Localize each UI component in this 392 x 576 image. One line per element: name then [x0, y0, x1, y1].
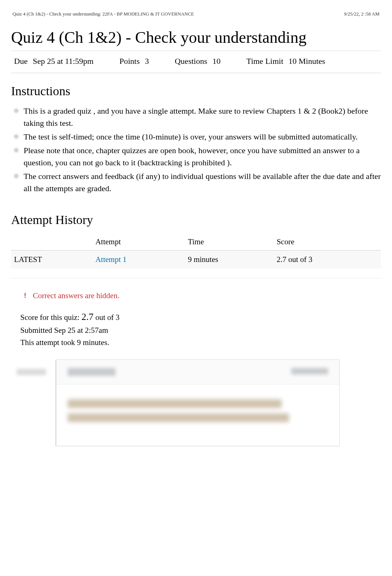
instructions-list: This is a graded quiz , and you have a s…: [11, 105, 381, 194]
instruction-item: This is a graded quiz , and you have a s…: [13, 105, 381, 129]
quiz-meta: DueSep 25 at 11:59pm Points3 Questions10…: [11, 51, 381, 73]
cell-score: 2.7 out of 3: [274, 251, 381, 269]
header-left: Quiz 4 (Ch 1&2) - Check your understandi…: [13, 11, 194, 17]
meta-questions-value: 10: [212, 56, 220, 66]
attempt-link[interactable]: Attempt 1: [95, 255, 127, 264]
table-header-row: Attempt Time Score: [11, 234, 381, 251]
question-card-wrapper: [55, 359, 340, 446]
divider: [11, 278, 381, 278]
col-score-header: Score: [274, 234, 381, 251]
meta-timelimit-label: Time Limit: [246, 56, 283, 66]
cell-status: LATEST: [11, 251, 92, 269]
score-line: Score for this quiz: 2.7 out of 3: [20, 310, 381, 324]
meta-timelimit: Time Limit10 Minutes: [246, 56, 325, 66]
score-value: 2.7: [82, 311, 94, 322]
meta-points-value: 3: [145, 56, 149, 66]
meta-questions: Questions10: [175, 56, 220, 66]
meta-due-value: Sep 25 at 11:59pm: [33, 56, 94, 66]
instruction-item: The test is self-timed; once the time (1…: [13, 131, 381, 143]
page-title: Quiz 4 (Ch 1&2) - Check your understandi…: [11, 28, 381, 47]
meta-points-label: Points: [119, 56, 140, 66]
instruction-item: The correct answers and feedback (if any…: [13, 170, 381, 194]
divider: [11, 73, 381, 73]
question-title-blurred: [68, 368, 116, 376]
warning-icon: !: [24, 292, 26, 300]
score-summary: Score for this quiz: 2.7 out of 3 Submit…: [20, 310, 381, 348]
score-prefix: Score for this quiz:: [20, 313, 82, 322]
question-header: [56, 360, 339, 384]
table-row: LATEST Attempt 1 9 minutes 2.7 out of 3: [11, 251, 381, 269]
attempt-history-section: Attempt History Attempt Time Score LATES…: [11, 213, 381, 269]
attempt-history-table: Attempt Time Score LATEST Attempt 1 9 mi…: [11, 234, 381, 269]
meta-points: Points3: [119, 56, 149, 66]
meta-due: DueSep 25 at 11:59pm: [14, 56, 93, 66]
duration-line: This attempt took 9 minutes.: [20, 337, 381, 349]
question-body-blurred: [56, 384, 339, 446]
attempt-history-heading: Attempt History: [11, 213, 381, 227]
meta-due-label: Due: [14, 56, 28, 66]
hidden-answers-text: Correct answers are hidden.: [33, 291, 119, 300]
col-attempt-header: Attempt: [92, 234, 185, 251]
hidden-answers-notice: ! Correct answers are hidden.: [24, 291, 381, 300]
score-suffix: out of 3: [95, 313, 119, 322]
col-status-header: [11, 234, 92, 251]
meta-questions-label: Questions: [175, 56, 207, 66]
cell-time: 9 minutes: [185, 251, 274, 269]
instruction-item: Please note that once, chapter quizzes a…: [13, 144, 381, 169]
print-header: Quiz 4 (Ch 1&2) - Check your understandi…: [11, 11, 381, 17]
question-card: [55, 359, 340, 446]
submitted-line: Submitted Sep 25 at 2:57am: [20, 324, 381, 337]
blurred-text-line: [68, 413, 289, 422]
col-time-header: Time: [185, 234, 274, 251]
meta-timelimit-value: 10 Minutes: [289, 56, 326, 66]
instructions-heading: Instructions: [11, 84, 381, 98]
blurred-text-line: [68, 399, 282, 408]
side-label-blurred: [17, 369, 46, 375]
question-points-blurred: [291, 368, 328, 375]
header-right: 9/25/22, 2 :58 AM: [344, 11, 379, 17]
